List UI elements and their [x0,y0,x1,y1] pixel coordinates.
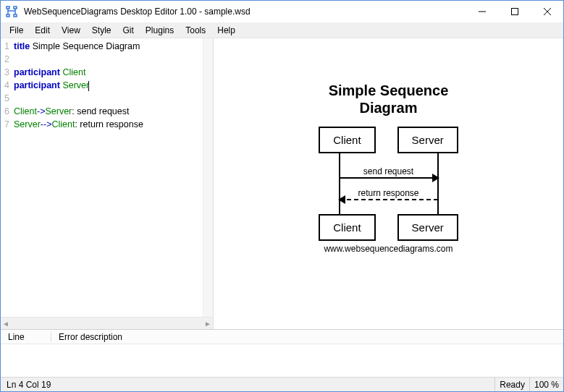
statusbar: Ln 4 Col 19 Ready 100 % [1,377,563,391]
errors-col-desc[interactable]: Error description [51,332,122,342]
code-line[interactable]: Client->Server: send request [14,105,210,118]
message-arrow-solid [340,177,438,179]
lifelines: send request return response [313,153,465,214]
status-position: Ln 4 Col 19 [1,380,494,390]
lifeline-client [339,153,340,214]
fold-strip [203,38,213,317]
message-label: return response [340,188,438,198]
watermark: www.websequencediagrams.com [287,244,490,254]
text-caret [88,81,89,91]
svg-rect-0 [7,7,9,9]
menu-style[interactable]: Style [86,24,117,37]
code-area[interactable]: title Simple Sequence Diagramparticipant… [11,38,213,317]
svg-rect-2 [7,14,9,17]
app-icon [1,6,22,17]
participant-server-top: Server [397,127,458,153]
participant-client-bottom: Client [319,214,375,241]
menu-edit[interactable]: Edit [29,24,56,37]
code-line[interactable]: participant Server [14,79,210,92]
menu-view[interactable]: View [56,24,86,37]
titlebar[interactable]: WebSequenceDiagrams Desktop Editor 1.00 … [1,1,563,22]
svg-rect-3 [14,14,17,17]
line-number: 3 [1,66,9,79]
participant-client-top: Client [319,127,375,153]
code-line[interactable]: title Simple Sequence Diagram [14,40,210,53]
line-gutter: 1234567 [1,38,11,317]
code-editor[interactable]: 1234567 title Simple Sequence Diagrampar… [1,38,213,317]
participant-server-bottom: Server [397,214,458,241]
minimize-button[interactable] [466,1,498,22]
menu-git[interactable]: Git [117,24,140,37]
diagram-title-line2: Diagram [359,100,417,116]
editor-pane: 1234567 title Simple Sequence Diagrampar… [1,38,214,329]
editor-hscrollbar[interactable]: ◄ ► [1,317,213,329]
svg-rect-8 [511,9,518,15]
menu-help[interactable]: Help [211,24,241,37]
svg-rect-1 [14,7,17,9]
line-number: 7 [1,118,9,131]
preview-pane: Simple Sequence Diagram Client Server se… [214,38,563,329]
line-number: 4 [1,79,9,92]
line-number: 1 [1,40,9,53]
participant-row-bottom: Client Server [287,214,490,241]
arrowhead-left-icon [338,195,345,204]
line-number: 6 [1,105,9,118]
code-line[interactable] [14,53,210,66]
status-zoom: 100 % [530,380,563,390]
line-number: 2 [1,53,9,66]
window-controls [466,1,563,22]
scroll-left-icon[interactable]: ◄ [2,320,9,328]
participant-row-top: Client Server [287,127,490,153]
window-title: WebSequenceDiagrams Desktop Editor 1.00 … [22,7,466,17]
message-send-request: send request [340,166,438,179]
diagram-title-line1: Simple Sequence [329,82,449,98]
maximize-button[interactable] [498,1,531,22]
scroll-right-icon[interactable]: ► [204,320,211,328]
code-line[interactable]: Server-->Client: return response [14,118,210,131]
line-number: 5 [1,92,9,105]
menu-plugins[interactable]: Plugins [140,24,180,37]
content-area: 1234567 title Simple Sequence Diagrampar… [1,38,563,329]
diagram-title: Simple Sequence Diagram [287,82,490,116]
lifeline-server [437,153,439,214]
errors-col-line[interactable]: Line [1,332,51,342]
close-button[interactable] [531,1,563,22]
message-arrow-dashed [340,199,438,200]
code-line[interactable]: participant Client [14,66,210,79]
app-window: WebSequenceDiagrams Desktop Editor 1.00 … [0,0,564,392]
menu-file[interactable]: File [4,24,29,37]
message-return-response: return response [340,188,438,200]
status-ready: Ready [495,380,529,390]
errors-header: Line Error description [1,330,563,344]
code-line[interactable] [14,92,210,105]
menu-tools[interactable]: Tools [180,24,211,37]
sequence-diagram: Simple Sequence Diagram Client Server se… [287,82,490,254]
message-label: send request [340,166,438,176]
errors-pane: Line Error description [1,329,563,377]
arrowhead-right-icon [432,174,439,182]
menubar: File Edit View Style Git Plugins Tools H… [1,22,563,38]
